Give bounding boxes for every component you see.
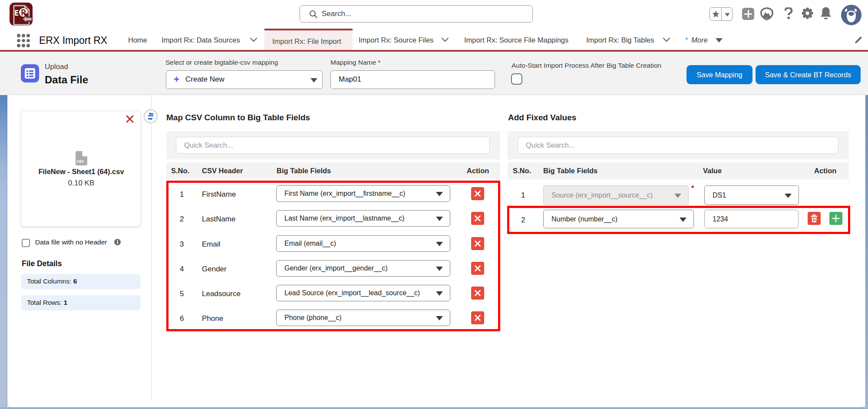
svg-text:csv: csv (77, 159, 84, 164)
